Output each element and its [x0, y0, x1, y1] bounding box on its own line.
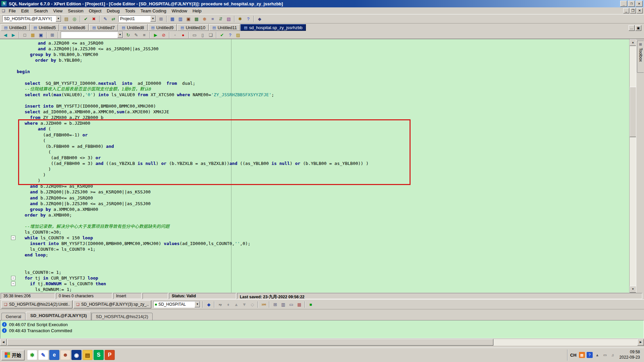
- editor-tab[interactable]: ▤Untitled3: [1, 24, 30, 31]
- editor-tab[interactable]: ▤sd_hospital.sp_zy_jssrhzbb: [240, 24, 306, 31]
- snippet-icon[interactable]: ▨: [234, 32, 242, 39]
- mdi-minimize-button[interactable]: _: [623, 8, 629, 13]
- code-line[interactable]: group by a.XMMC00,a.XMBH00: [17, 206, 629, 212]
- editor-tab[interactable]: ▤Untitled7: [89, 24, 118, 31]
- tray-keyboard-icon[interactable]: ▭: [602, 352, 608, 358]
- code-line[interactable]: ): [17, 166, 629, 172]
- scroll-up-icon[interactable]: ▲: [630, 39, 636, 46]
- session-combobox-arrow-icon[interactable]: ▼: [56, 16, 61, 22]
- code-line[interactable]: ): [17, 172, 629, 178]
- code-line[interactable]: (b.FBBH00 = ad_FBBH00) and: [17, 143, 629, 149]
- code-line[interactable]: [17, 258, 629, 264]
- mdi-restore-button[interactable]: ❐: [630, 8, 636, 13]
- profile-icon[interactable]: ▼: [240, 301, 248, 308]
- code-line[interactable]: while ls_COUNT0 < 150 loop: [17, 235, 629, 241]
- rollback-icon[interactable]: ✖: [90, 15, 98, 22]
- menu-team-coding[interactable]: Team Coding: [138, 8, 169, 14]
- output-tab[interactable]: SD_HOSPITAL@his214(2): [92, 313, 153, 320]
- code-line[interactable]: order by a.XMBH00;: [17, 212, 629, 218]
- new-file-icon[interactable]: □: [21, 32, 29, 39]
- code-line[interactable]: and b.JZRQ00<= as_JSRQ00: [17, 195, 629, 201]
- fold-marker[interactable]: −: [11, 236, 15, 240]
- menu-file[interactable]: File: [6, 8, 18, 14]
- code-line[interactable]: [17, 218, 629, 224]
- code-line[interactable]: and a.JZRQ00 <= as_JSRQ00: [17, 40, 629, 46]
- code-line[interactable]: end loop;: [17, 252, 629, 258]
- code-line[interactable]: and b.JZRQ00>= as_KSRQ00: [17, 183, 629, 189]
- format-icon[interactable]: ≡: [141, 32, 148, 39]
- project-combobox-arrow-icon[interactable]: ▼: [150, 16, 156, 22]
- trace-icon[interactable]: ◇: [249, 301, 256, 308]
- code-line[interactable]: ls_COUNT0:= 1;: [17, 269, 629, 275]
- step-icon[interactable]: ◦: [171, 32, 179, 39]
- analyze-code-icon[interactable]: ◆: [205, 301, 212, 308]
- ql-wps-icon[interactable]: S: [94, 350, 104, 360]
- fold-marker[interactable]: −: [11, 282, 15, 286]
- stats-icon[interactable]: ▲: [232, 301, 240, 308]
- help-icon[interactable]: ?: [245, 15, 252, 22]
- menu-debug[interactable]: Debug: [104, 8, 122, 14]
- output-horizontal-scrollbar[interactable]: ◀ ▶: [0, 339, 644, 346]
- scroll-left-icon[interactable]: ◀: [0, 339, 7, 346]
- db-monitor-icon[interactable]: ■: [307, 301, 314, 308]
- language-indicator[interactable]: CH: [570, 353, 577, 358]
- tray-volume-icon[interactable]: ♫: [610, 352, 616, 358]
- code-line[interactable]: [17, 75, 629, 80]
- code-line[interactable]: [17, 98, 629, 103]
- horizontal-scroll-thumb[interactable]: [7, 339, 493, 346]
- palette-icon[interactable]: ▩: [296, 301, 303, 308]
- ql-green-app-icon[interactable]: ✱: [27, 350, 37, 360]
- code-line[interactable]: and b.JZRQ00||b.JZSJ00 <= as_JSRQ00||as_…: [17, 201, 629, 206]
- tray-show-hidden-icon[interactable]: ▲: [594, 352, 600, 358]
- menu-window[interactable]: Window: [169, 8, 190, 14]
- code-line[interactable]: insert into BM_YYSFTJ(ID0000,BMBH00,BMMC…: [17, 103, 629, 109]
- close-button[interactable]: ✕: [636, 1, 643, 7]
- execute-icon[interactable]: ▶: [152, 32, 159, 39]
- code-line[interactable]: select SQ_BM_YYSFTJ_ID0000.nextval into …: [17, 80, 629, 86]
- session-window-button-2[interactable]: ❏ SD_HOSPITAL@FJLNYY(3):sp_zy_..: [73, 300, 151, 308]
- code-line[interactable]: for tj in CUR_BM_YYSFTJ loop: [17, 275, 629, 281]
- taskbar-clock[interactable]: 09:58 2022-09-23: [618, 350, 640, 360]
- project-manager-icon[interactable]: ⊞: [157, 15, 165, 22]
- code-line[interactable]: ls_ROWNUM:= 1;: [17, 287, 629, 292]
- open-session-icon[interactable]: ▤: [63, 15, 70, 22]
- code-line[interactable]: select ad_ID0000,a.XMBH00,a.XMMC00,sum(a…: [17, 109, 629, 115]
- editor-tab[interactable]: ▤Untitled9: [148, 24, 177, 31]
- session-combobox[interactable]: SD_HOSPITAL@FJLNYY( ▼: [2, 15, 61, 22]
- sequence-icon[interactable]: ≡: [209, 15, 216, 22]
- open-file-icon[interactable]: ▦: [29, 32, 37, 39]
- back-icon[interactable]: ◀: [2, 32, 9, 39]
- split-view-icon[interactable]: ▥: [279, 301, 287, 308]
- code-line[interactable]: group by b.YBLB00,b.YBMC00: [17, 52, 629, 57]
- check-syntax-icon[interactable]: ✔: [218, 32, 226, 39]
- code-line[interactable]: (: [17, 138, 629, 143]
- describe-icon[interactable]: ✎: [132, 32, 140, 39]
- start-button[interactable]: 开始: [1, 350, 24, 360]
- table-icon[interactable]: ▦: [169, 15, 176, 22]
- editor-tab[interactable]: ▤Untitled8: [118, 24, 148, 31]
- restore-button[interactable]: ❐: [628, 1, 635, 7]
- active-session-arrow-icon[interactable]: ▼: [195, 301, 200, 307]
- code-area[interactable]: and a.JZRQ00 <= as_JSRQ00 and a.JZRQ00||…: [0, 39, 629, 293]
- code-line[interactable]: ls_COUNT0:= ls_COUNT0 +1;: [17, 246, 629, 252]
- db-navigator-icon[interactable]: ◎: [71, 15, 78, 22]
- ql-browser-icon[interactable]: e: [49, 350, 59, 360]
- code-line[interactable]: (: [17, 149, 629, 155]
- tab-list-button[interactable]: …: [629, 25, 635, 31]
- window-view-icon[interactable]: ▭: [287, 301, 295, 308]
- package-icon[interactable]: ▩: [193, 15, 200, 22]
- optimize-icon[interactable]: ♦: [224, 301, 232, 308]
- scroll-down-icon[interactable]: ▼: [630, 286, 636, 293]
- synonym-icon[interactable]: ⇵: [217, 15, 224, 22]
- code-line[interactable]: from ZY_JZMX00 a,ZY_JZB000 b: [17, 115, 629, 120]
- tab-close-button[interactable]: ▣: [635, 25, 641, 31]
- view-icon[interactable]: ▥: [177, 15, 184, 22]
- code-line[interactable]: begin: [17, 69, 629, 74]
- code-line[interactable]: (ad_FBBH00=-1) or: [17, 132, 629, 138]
- results-grid-icon[interactable]: ⊞: [49, 32, 56, 39]
- grid-view-icon[interactable]: ⊞: [271, 301, 279, 308]
- object-combobox-arrow-icon[interactable]: ▼: [117, 32, 123, 38]
- editor-tab[interactable]: ▤Untitled11: [209, 24, 240, 31]
- mdi-close-button[interactable]: ✕: [637, 8, 643, 13]
- index-icon[interactable]: ▧: [225, 15, 232, 22]
